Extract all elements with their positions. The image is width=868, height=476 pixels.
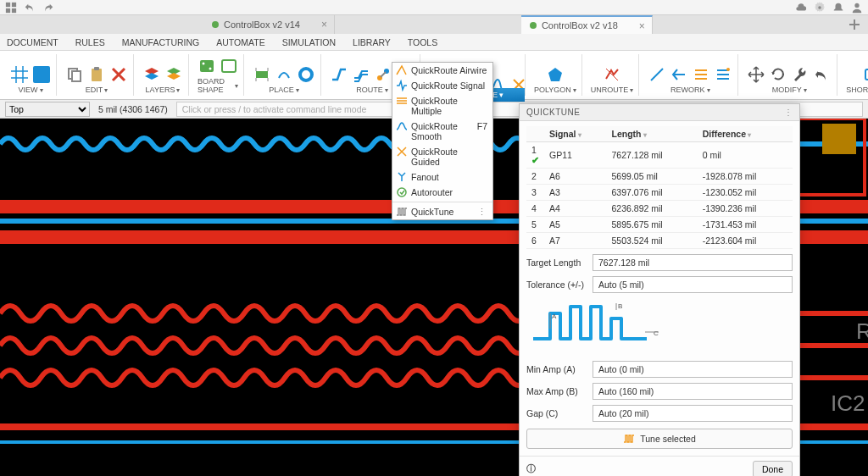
done-button[interactable]: Done	[753, 461, 793, 477]
menu-quickroute-signal[interactable]: QuickRoute Signal	[392, 78, 492, 93]
menu-quickroute-airwire[interactable]: QuickRoute Airwire	[392, 63, 492, 78]
place-donut-icon	[297, 65, 315, 84]
kebab-icon[interactable]: ⋮	[477, 207, 487, 217]
ribbon-rework[interactable]: REWORK	[643, 54, 738, 96]
ribbon-shortcuts-label: SHORTCUTS	[846, 86, 868, 94]
svg-rect-16	[256, 71, 268, 78]
ribbon-modify[interactable]: MODIFY	[742, 54, 837, 96]
table-row[interactable]: 1 ✔GP117627.128 mil0 mil	[526, 142, 793, 169]
svg-text:B: B	[618, 302, 622, 310]
ribbon-boardshape[interactable]: BOARD SHAPE	[192, 54, 244, 96]
maxamp-input[interactable]: Auto (160 mil)	[593, 383, 793, 400]
menu-quickroute-smooth[interactable]: QuickRoute SmoothF7	[392, 119, 492, 144]
redo-icon[interactable]	[42, 2, 54, 14]
coord-readout: 5 mil (4306 1467)	[98, 104, 168, 114]
menu-fanout[interactable]: Fanout	[392, 169, 492, 185]
table-row[interactable]: 5A55895.675 mil-1731.453 mil	[526, 217, 793, 233]
amplitude-diagram: A B C	[526, 302, 679, 346]
target-length-input[interactable]: 7627.128 mil	[593, 254, 793, 271]
quicktune-panel: QUICKTUNE ⋮ Signal Length Difference 1 ✔…	[519, 103, 800, 476]
menu-autorouter[interactable]: Autorouter	[392, 185, 492, 200]
svg-text:R: R	[856, 318, 868, 344]
menu-separator	[392, 202, 492, 202]
add-tab-icon[interactable]	[848, 18, 861, 31]
polygon-icon	[546, 65, 565, 84]
document-tab-1[interactable]: ControlBox v2 v18 ×	[521, 15, 653, 34]
rework-icon-c	[692, 65, 710, 84]
ribbon-edit[interactable]: EDIT	[60, 54, 134, 96]
guided-icon	[396, 146, 408, 158]
document-tab-0[interactable]: ControlBox v2 v14 ×	[203, 15, 335, 34]
wrench-icon	[791, 65, 810, 84]
menu-quicktune[interactable]: QuickTune ⋮	[392, 204, 492, 219]
close-icon[interactable]: ×	[321, 19, 327, 30]
menu-document[interactable]: DOCUMENT	[7, 37, 58, 47]
table-row[interactable]: 3A36397.076 mil-1230.052 mil	[526, 185, 793, 201]
undo-icon[interactable]	[24, 2, 36, 14]
minamp-label: Min Amp (A)	[526, 364, 593, 374]
gap-input[interactable]: Auto (20 mil)	[593, 405, 793, 422]
ribbon-polygon-label: POLYGON	[534, 86, 576, 94]
menu-simulation[interactable]: SIMULATION	[282, 37, 336, 47]
tab-label: ControlBox v2 v18	[542, 20, 618, 30]
ribbon-view-label: VIEW	[18, 86, 42, 94]
table-row[interactable]: 2A65699.05 mil-1928.078 mil	[526, 169, 793, 185]
svg-rect-1	[12, 2, 16, 6]
layer-select[interactable]: Top	[5, 102, 90, 117]
quickroute-menu: QuickRoute Airwire QuickRoute Signal Qui…	[392, 62, 493, 220]
system-strip	[0, 0, 868, 15]
airwire-icon	[396, 64, 408, 76]
table-row[interactable]: 6A75503.524 mil-2123.604 mil	[526, 233, 793, 249]
ribbon-polygon[interactable]: POLYGON	[529, 54, 582, 96]
tune-selected-button[interactable]: Tune selected	[526, 429, 793, 449]
paste-icon	[87, 65, 106, 84]
menu-manufacturing[interactable]: MANUFACTURING	[122, 37, 200, 47]
menu-automate[interactable]: AUTOMATE	[216, 37, 264, 47]
maxamp-label: Max Amp (B)	[526, 386, 593, 396]
avatar-icon[interactable]	[851, 2, 863, 14]
col-length[interactable]: Length	[607, 126, 698, 142]
panel-title: QUICKTUNE	[526, 108, 580, 117]
ribbon-place[interactable]: PLACE	[248, 54, 321, 96]
kebab-icon[interactable]: ⋮	[784, 108, 793, 117]
close-icon[interactable]: ×	[639, 20, 645, 32]
ribbon-unroute[interactable]: UNROUTE	[586, 54, 640, 96]
svg-marker-20	[548, 68, 562, 81]
ribbon-rework-label: REWORK	[670, 86, 710, 94]
board-icon	[198, 57, 216, 75]
col-signal[interactable]: Signal	[544, 126, 607, 142]
cloud-icon[interactable]	[795, 2, 807, 14]
info-icon[interactable]: ⓘ	[526, 463, 536, 475]
gear-icon[interactable]	[814, 2, 826, 14]
col-diff[interactable]: Difference	[698, 126, 793, 142]
gap-label: Gap (C)	[526, 408, 593, 418]
app-switch-icon[interactable]	[5, 2, 17, 14]
minamp-input[interactable]: Auto (0 mil)	[593, 361, 793, 378]
ribbon-layers[interactable]: LAYERS	[137, 54, 189, 96]
move-icon	[747, 65, 765, 84]
command-line-placeholder: Click or press / to activate command lin…	[182, 104, 367, 114]
menu-tools[interactable]: TOOLS	[408, 37, 437, 47]
board-edge-icon	[220, 57, 238, 75]
copy-icon	[65, 65, 84, 84]
unroute-icon	[603, 65, 621, 84]
ribbon-place-label: PLACE	[269, 86, 299, 94]
menu-rules[interactable]: RULES	[75, 37, 105, 47]
tab-status-dot	[212, 21, 219, 28]
ribbon-boardshape-label: BOARD SHAPE	[198, 77, 238, 94]
svg-rect-0	[6, 2, 10, 6]
ribbon-view[interactable]: VIEW	[5, 54, 57, 96]
menu-quickroute-multiple[interactable]: QuickRoute Multiple	[392, 93, 492, 119]
bell-icon[interactable]	[832, 2, 844, 14]
svg-rect-11	[94, 67, 99, 70]
table-row[interactable]: 4A46236.892 mil-1390.236 mil	[526, 201, 793, 217]
multiple-icon	[396, 95, 408, 107]
fanout-icon	[396, 171, 408, 183]
ribbon-shortcuts[interactable]: SHORTCUTS	[841, 54, 868, 96]
svg-text:IC2: IC2	[831, 390, 865, 416]
tolerance-input[interactable]: Auto (5 mil)	[593, 276, 793, 293]
place-part-icon	[253, 65, 271, 84]
menu-library[interactable]: LIBRARY	[353, 37, 391, 47]
svg-point-5	[854, 3, 859, 7]
menu-quickroute-guided[interactable]: QuickRoute Guided	[392, 144, 492, 169]
